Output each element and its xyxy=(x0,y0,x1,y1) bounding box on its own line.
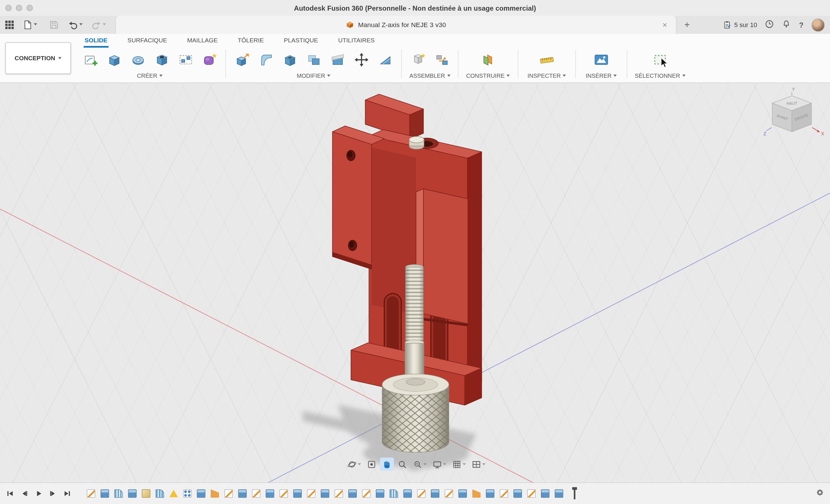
user-avatar[interactable] xyxy=(811,18,825,31)
joint-button[interactable] xyxy=(430,48,454,71)
tab-tolerie[interactable]: TÔLERIE xyxy=(236,34,265,48)
group-label-assembler[interactable]: ASSEMBLER xyxy=(409,73,450,79)
create-form-button[interactable] xyxy=(197,48,221,71)
timeline-item-extrude[interactable] xyxy=(266,489,274,498)
timeline-item-extrude[interactable] xyxy=(514,489,522,498)
viewports-button[interactable] xyxy=(470,458,487,471)
timeline-item-extrude[interactable] xyxy=(197,489,205,498)
undo-menu-caret[interactable] xyxy=(79,23,83,25)
split-body-button[interactable] xyxy=(326,48,350,71)
timeline-item-sketch[interactable] xyxy=(527,489,536,498)
timeline-item-pattern[interactable] xyxy=(183,489,191,498)
redo-button[interactable] xyxy=(91,20,102,30)
play-button[interactable] xyxy=(33,488,44,499)
hole-button[interactable] xyxy=(150,48,174,71)
view-cube[interactable]: Y HAUT AVANT DROITE Z X xyxy=(762,85,826,144)
file-menu-button[interactable] xyxy=(22,20,33,30)
go-to-end-button[interactable] xyxy=(61,488,73,499)
step-back-button[interactable] xyxy=(19,488,30,499)
timeline-item-chamfer[interactable] xyxy=(472,489,480,498)
new-component-button[interactable] xyxy=(406,48,430,71)
group-label-construire[interactable]: CONSTRUIRE xyxy=(466,73,510,79)
construction-plane-button[interactable] xyxy=(476,48,500,71)
tab-utilitaires[interactable]: UTILITAIRES xyxy=(337,34,376,48)
timeline-item-extrude[interactable] xyxy=(555,489,563,498)
timeline-item-sketch[interactable] xyxy=(224,489,233,498)
combine-button[interactable] xyxy=(302,48,326,71)
shell-button[interactable] xyxy=(278,48,302,71)
timeline-item-sketch[interactable] xyxy=(307,489,315,498)
timeline-item-extrude[interactable] xyxy=(348,489,357,498)
workspace-selector[interactable]: CONCEPTION xyxy=(5,42,71,74)
group-label-inspecter[interactable]: INSPECTER xyxy=(528,73,566,79)
tab-plastique[interactable]: PLASTIQUE xyxy=(283,34,319,48)
close-tab-button[interactable]: × xyxy=(660,20,669,30)
pattern-button[interactable] xyxy=(173,48,197,71)
timeline-item-sketch[interactable] xyxy=(280,489,288,498)
press-pull-button[interactable] xyxy=(230,48,254,71)
timeline-settings-button[interactable] xyxy=(815,488,825,499)
look-at-button[interactable] xyxy=(364,458,378,471)
timeline-item-extrude[interactable] xyxy=(101,489,109,498)
viewport-canvas[interactable]: Y HAUT AVANT DROITE Z X xyxy=(0,83,830,482)
undo-button[interactable] xyxy=(68,20,78,30)
tab-surfacique[interactable]: SURFACIQUE xyxy=(127,34,168,48)
timeline-item-chamfer[interactable] xyxy=(211,489,219,498)
timeline-item-fillet[interactable] xyxy=(156,489,164,498)
timeline-item-sketch[interactable] xyxy=(417,489,425,498)
save-button[interactable] xyxy=(49,20,59,30)
revolve-button[interactable] xyxy=(126,48,150,71)
timeline-item-extrude[interactable] xyxy=(238,489,247,498)
display-settings-button[interactable] xyxy=(430,458,448,471)
timeline-item-sketch[interactable] xyxy=(445,489,453,498)
align-button[interactable] xyxy=(373,48,397,71)
redo-menu-caret[interactable] xyxy=(103,23,106,25)
timeline-item-fillet[interactable] xyxy=(115,489,123,498)
timeline-item-extrude[interactable] xyxy=(293,489,302,498)
tab-solide[interactable]: SOLIDE xyxy=(84,34,108,48)
go-to-start-button[interactable] xyxy=(4,488,16,499)
timeline-playhead[interactable] xyxy=(574,488,576,499)
timeline-item-sketch[interactable] xyxy=(334,489,343,498)
job-status-button[interactable]: 5 sur 10 xyxy=(723,21,757,29)
timeline-item-extrude[interactable] xyxy=(376,489,384,498)
measure-button[interactable] xyxy=(535,48,559,71)
tab-maillage[interactable]: MAILLAGE xyxy=(186,34,219,48)
timeline-item-fillet[interactable] xyxy=(390,489,398,498)
orbit-button[interactable] xyxy=(345,458,363,471)
help-button[interactable]: ? xyxy=(799,21,803,29)
new-tab-button[interactable]: + xyxy=(681,19,693,31)
app-grid-button[interactable] xyxy=(4,20,15,30)
timeline-item-extrude[interactable] xyxy=(431,489,439,498)
timeline-item-sketch[interactable] xyxy=(87,489,95,498)
grid-display-button[interactable] xyxy=(450,458,468,471)
document-tab[interactable]: Manual Z-axis for NEJE 3 v30 × xyxy=(115,16,676,34)
group-label-inserer[interactable]: INSÉRER xyxy=(585,73,617,79)
timeline-item-sketch[interactable] xyxy=(500,489,508,498)
fillet-button[interactable] xyxy=(254,48,278,71)
timeline-item-plane[interactable] xyxy=(142,489,150,498)
timeline-item-extrude[interactable] xyxy=(541,489,549,498)
timeline-item-sketch[interactable] xyxy=(362,489,370,498)
group-label-creer[interactable]: CRÉER xyxy=(137,73,163,79)
create-sketch-button[interactable] xyxy=(78,48,102,71)
timeline-item-extrude[interactable] xyxy=(486,489,494,498)
zoom-button[interactable] xyxy=(395,458,409,471)
select-button[interactable] xyxy=(648,48,672,71)
notifications-button[interactable] xyxy=(782,19,791,31)
step-forward-button[interactable] xyxy=(47,488,59,499)
timeline-item-extrude[interactable] xyxy=(404,489,412,498)
timeline-item-extrude[interactable] xyxy=(128,489,136,498)
file-menu-caret[interactable] xyxy=(34,23,37,25)
zoom-window-button[interactable] xyxy=(411,458,428,471)
pan-button[interactable] xyxy=(380,458,394,471)
history-button[interactable] xyxy=(765,19,774,31)
timeline-item-extrude[interactable] xyxy=(321,489,329,498)
timeline-item-sketch[interactable] xyxy=(252,489,260,498)
timeline-item-warning[interactable] xyxy=(169,489,178,498)
extrude-button[interactable] xyxy=(102,48,126,71)
timeline-item-extrude[interactable] xyxy=(458,489,467,498)
move-button[interactable] xyxy=(349,48,373,71)
insert-image-button[interactable] xyxy=(589,48,613,71)
group-label-selectionner[interactable]: SÉLECTIONNER xyxy=(635,73,685,79)
